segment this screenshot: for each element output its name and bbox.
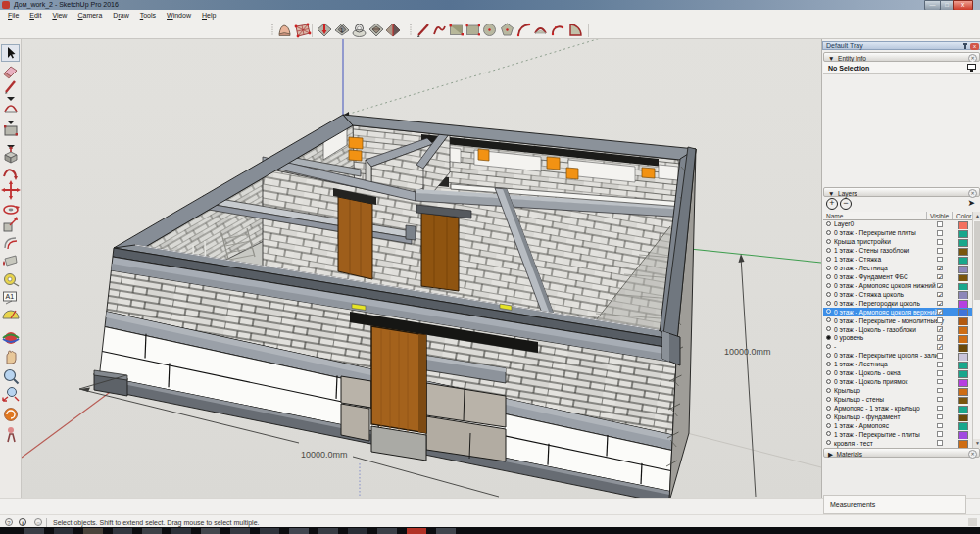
svg-text:10000.0mm: 10000.0mm <box>724 347 771 357</box>
svg-text:10000.0mm: 10000.0mm <box>301 450 348 460</box>
svg-text:A1: A1 <box>6 293 15 300</box>
